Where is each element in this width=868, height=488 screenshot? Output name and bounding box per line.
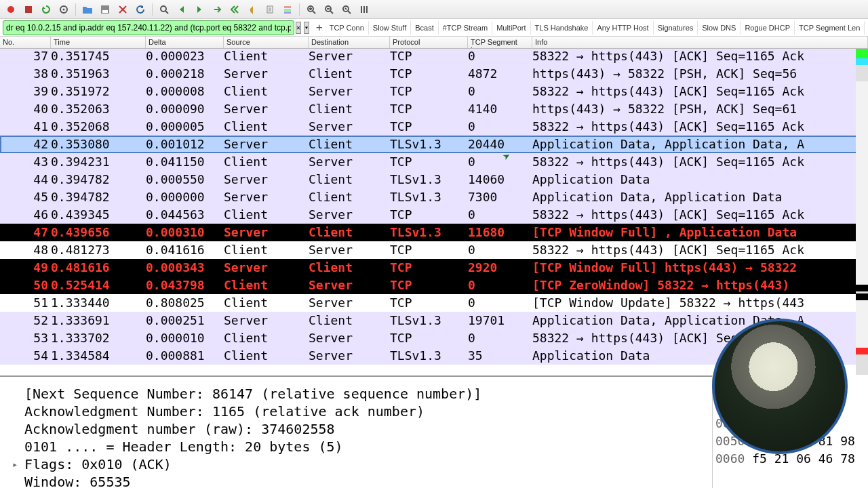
svg-rect-5	[102, 10, 108, 13]
svg-point-6	[161, 6, 166, 12]
packet-minimap[interactable]	[856, 49, 868, 375]
packet-row[interactable]: 511.3334400.808025ClientServerTCP0[TCP W…	[0, 294, 868, 312]
col-source: Source	[224, 37, 309, 48]
last-icon[interactable]	[244, 2, 260, 17]
filter-preset[interactable]: Any HTTP Host	[593, 21, 653, 35]
save-icon[interactable]	[97, 2, 113, 17]
webcam-overlay	[712, 319, 848, 454]
find-icon[interactable]	[156, 2, 172, 17]
colorize-icon[interactable]	[279, 2, 296, 17]
packet-list[interactable]: 360.3517210.003804ServerClientTLSv1.3160…	[0, 49, 868, 375]
zoom-reset-icon[interactable]	[338, 2, 355, 17]
filter-preset[interactable]: TCP Segment Len	[795, 21, 865, 35]
col-protocol: Protocol	[390, 37, 468, 48]
filter-dropdown-button[interactable]: ▾	[304, 22, 309, 34]
filter-add-button[interactable]: +	[316, 22, 323, 34]
col-info: Info	[532, 37, 868, 48]
filter-preset[interactable]: Rogue DHCP	[741, 21, 795, 35]
autoscroll-icon[interactable]	[262, 2, 278, 17]
filter-preset-bar: TCP ConnSlow StuffBcast#TCP StreamMultiP…	[326, 21, 868, 35]
restart-icon[interactable]	[38, 2, 54, 17]
packet-row[interactable]: 410.3520680.000005ClientServerTCP058322 …	[0, 118, 868, 136]
filter-preset[interactable]: MultiPort	[492, 21, 530, 35]
stop-icon[interactable]	[20, 2, 37, 17]
filter-preset[interactable]: #TCP Stream	[439, 21, 492, 35]
packet-row[interactable]: 480.4812730.041616ClientServerTCP058322 …	[0, 241, 868, 259]
filter-preset[interactable]: TCP Conn	[326, 21, 369, 35]
svg-point-0	[7, 6, 14, 13]
record-icon[interactable]	[3, 2, 19, 17]
svg-rect-1	[25, 6, 32, 13]
filter-clear-button[interactable]: ✕	[296, 22, 301, 34]
zoom-in-icon[interactable]	[303, 2, 319, 17]
col-delta: Delta	[146, 37, 224, 48]
packet-list-header[interactable]: No. Time Delta Source Destination Protoc…	[0, 37, 868, 49]
jump-icon[interactable]	[209, 2, 225, 17]
svg-rect-9	[284, 9, 291, 11]
col-segment-len: TCP Segment Len	[468, 37, 532, 48]
resize-cols-icon[interactable]	[356, 2, 372, 17]
filter-preset[interactable]: Slow Stuff	[369, 21, 411, 35]
filter-bar: ✕ ▾ + TCP ConnSlow StuffBcast#TCP Stream…	[0, 19, 868, 37]
zoom-out-icon[interactable]	[321, 2, 337, 17]
packet-row[interactable]: 450.3947820.000000ServerClientTLSv1.3730…	[0, 188, 868, 206]
open-icon[interactable]	[79, 2, 96, 17]
main-toolbar	[0, 0, 868, 19]
packet-row[interactable]: 400.3520630.000090ServerClientTCP4140htt…	[0, 100, 868, 118]
forward-icon[interactable]	[191, 2, 208, 17]
packet-row[interactable]: 500.5254140.043798ClientServerTCP0[TCP Z…	[0, 277, 868, 294]
back-icon[interactable]	[174, 2, 190, 17]
packet-row[interactable]: 430.3942310.041150ClientServerTCP058322 …	[0, 153, 868, 171]
close-icon[interactable]	[115, 2, 131, 17]
filter-preset[interactable]: Slow DNS	[698, 21, 741, 35]
packet-row[interactable]: 370.3517450.000023ClientServerTCP058322 …	[0, 49, 868, 65]
packet-row[interactable]: 380.3519630.000218ServerClientTCP4872htt…	[0, 65, 868, 83]
filter-preset[interactable]: Subnet Filter	[865, 21, 868, 35]
svg-rect-8	[284, 6, 291, 8]
svg-point-3	[63, 8, 65, 10]
col-destination: Destination	[309, 37, 390, 48]
packet-row[interactable]: 420.3530800.001012ServerClientTLSv1.3204…	[0, 136, 868, 153]
packet-row[interactable]: 490.4816160.000343ServerClientTCP2920[TC…	[0, 259, 868, 277]
svg-rect-10	[284, 12, 291, 14]
filter-preset[interactable]: Bcast	[411, 21, 439, 35]
packet-row[interactable]: 460.4393450.044563ClientServerTCP058322 …	[0, 206, 868, 224]
reload-icon[interactable]	[132, 2, 149, 17]
packet-row[interactable]: 521.3336910.000251ServerClientTLSv1.3197…	[0, 312, 868, 329]
filter-preset[interactable]: Signatures	[654, 21, 698, 35]
packet-row[interactable]: 470.4396560.000310ServerClientTLSv1.3116…	[0, 224, 868, 241]
filter-preset[interactable]: TLS Handshake	[531, 21, 593, 35]
col-no: No.	[0, 37, 51, 48]
packet-row[interactable]: 390.3519720.000008ClientServerTCP058322 …	[0, 83, 868, 100]
packet-row[interactable]: 440.3947820.000550ServerClientTLSv1.3140…	[0, 171, 868, 188]
display-filter-input[interactable]	[3, 20, 294, 35]
settings-icon[interactable]	[56, 2, 72, 17]
col-time: Time	[51, 37, 146, 48]
first-icon[interactable]	[226, 2, 243, 17]
